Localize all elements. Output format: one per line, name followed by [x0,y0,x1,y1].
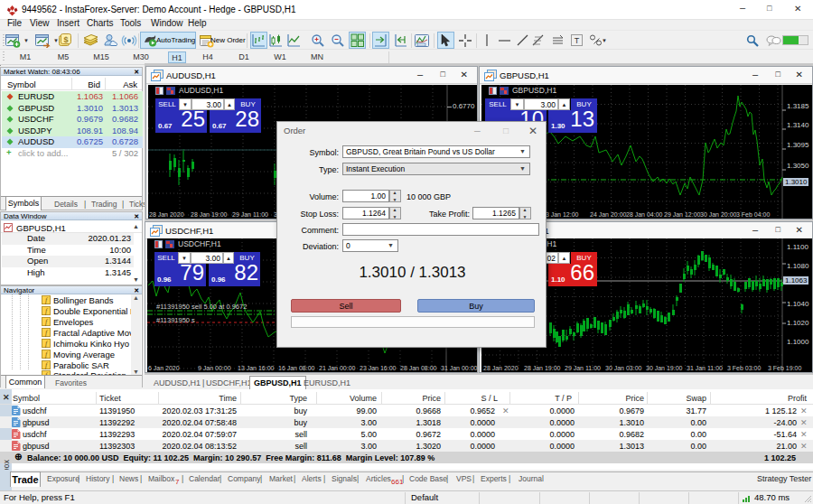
svg-text:T: T [575,36,580,45]
svg-text:$: $ [63,35,68,44]
